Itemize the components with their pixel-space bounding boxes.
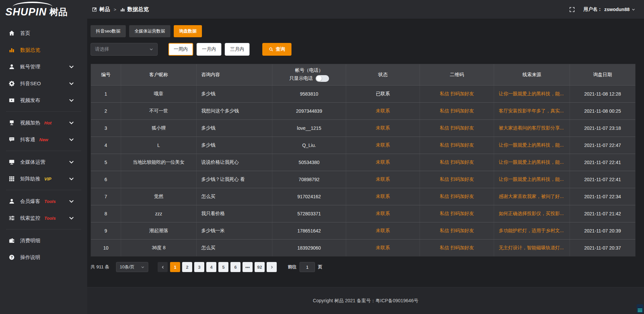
col-header-account-title: 帐号（电话） (295, 67, 323, 73)
range-buttons: 一周内一月内三月内 (168, 43, 253, 56)
topbar: 树品 > 数据总览 用户名：zswodun88 (87, 0, 644, 19)
breadcrumb-root[interactable]: 树品 (99, 6, 110, 13)
cell-qrcode[interactable]: 私信 扫码加好友 (420, 240, 494, 256)
goto-page-input[interactable] (300, 262, 315, 272)
cell-nickname: 狐小狸 (121, 120, 197, 137)
sidebar-item-douketong[interactable]: 抖客通New (0, 131, 87, 148)
chevron-down-icon (68, 137, 74, 143)
cell-source[interactable]: 让你一眼就爱上的黑科技，能... (494, 137, 570, 154)
username-dropdown[interactable]: 用户名：zswodun88 (584, 6, 635, 12)
inquiry-table: 编号 客户昵称 咨询内容 帐号（电话） 只显示电话 状态 二维码 线索来源 询盘… (91, 64, 636, 257)
sidebar-item-label: 视频加热 (20, 120, 40, 126)
sidebar-item-member-burst[interactable]: 会员爆客Tools (0, 193, 87, 210)
cell-qrcode[interactable]: 私信 扫码加好友 (420, 171, 494, 188)
cell-date: 2021-11-07 20:37 (570, 240, 635, 256)
tab-media-operation-data[interactable]: 全媒体运营数据 (129, 25, 170, 37)
filter-select[interactable]: 请选择 (91, 43, 158, 56)
range-button-1[interactable]: 一月内 (197, 43, 221, 56)
tab-inquiry-data[interactable]: 询盘数据 (174, 25, 202, 37)
cell-qrcode[interactable]: 私信 扫码加好友 (420, 222, 494, 239)
chevron-down-icon (68, 215, 74, 221)
cell-id: 5 (91, 154, 121, 171)
breadcrumb-current: 数据总览 (127, 6, 149, 13)
cell-status: 未联系 (346, 137, 420, 154)
sidebar-item-instructions[interactable]: ?操作说明 (0, 249, 87, 266)
cell-id: 8 (91, 205, 121, 222)
page-button-92[interactable]: 92 (255, 262, 265, 272)
cell-account: 50534380 (272, 154, 346, 171)
sidebar-item-clue-monitor[interactable]: 线索监控Tools (0, 210, 87, 226)
table-body: 1哦章多少钱9583810已联系私信 扫码加好友让你一眼就爱上的黑科技，能...… (91, 85, 635, 256)
next-page-button[interactable] (267, 262, 277, 272)
range-button-2[interactable]: 三月内 (225, 43, 250, 56)
sidebar-item-label: 线索监控 (20, 215, 40, 221)
cell-source[interactable]: 被大家追着问的客厅投影分享... (494, 120, 570, 137)
sidebar-item-account-manage[interactable]: 账号管理 (0, 58, 87, 75)
page-button-4[interactable]: 4 (206, 262, 216, 272)
cell-qrcode[interactable]: 私信 扫码加好友 (420, 86, 494, 102)
cell-status: 未联系 (346, 222, 420, 239)
cell-date: 2021-11-07 21:42 (570, 205, 635, 222)
cell-qrcode[interactable]: 私信 扫码加好友 (420, 154, 494, 171)
sidebar-nav: 首页数据总览账号管理抖音SEO视频发布视频加热Hot抖客通New全媒体运营矩阵助… (0, 20, 87, 266)
chevron-down-icon (68, 198, 74, 204)
sidebar-item-home[interactable]: 首页 (0, 25, 87, 42)
cell-status: 未联系 (346, 154, 420, 171)
page-button-6[interactable]: 6 (230, 262, 240, 272)
cell-account: 572803371 (272, 205, 346, 222)
logo-arc-decoration (13, 2, 52, 7)
cell-source[interactable]: 让你一眼就爱上的黑科技，能... (494, 154, 570, 171)
sidebar-item-consume-detail[interactable]: 消费明细 (0, 232, 87, 249)
col-header-qrcode: 二维码 (420, 64, 494, 85)
page-ellipsis-button[interactable]: ••• (243, 262, 253, 272)
cell-source[interactable]: 让你一眼就爱上的黑科技，能... (494, 171, 570, 188)
page-size-select[interactable]: 10条/页 (116, 262, 148, 272)
fullscreen-icon[interactable] (569, 7, 575, 12)
cell-qrcode[interactable]: 私信 扫码加好友 (420, 120, 494, 137)
corner-widget-icon[interactable] (637, 304, 643, 313)
sidebar: SHUPIN 树品 首页数据总览账号管理抖音SEO视频发布视频加热Hot抖客通N… (0, 0, 87, 314)
cell-qrcode[interactable]: 私信 扫码加好友 (420, 137, 494, 154)
table-row: 7觉然怎么买917024162未联系私信 扫码加好友感谢大家喜欢我家，被问了好.… (91, 188, 635, 205)
query-button[interactable]: 查询 (262, 43, 291, 56)
tab-douyin-seo-data[interactable]: 抖音seo数据 (91, 25, 126, 37)
cell-nickname (121, 171, 197, 188)
prev-page-button[interactable] (158, 262, 168, 272)
sidebar-item-media-operation[interactable]: 全媒体运营 (0, 154, 87, 170)
cell-content: 说说价格让我死心 (197, 154, 272, 171)
sidebar-item-matrix-boost[interactable]: 矩阵助推VIP (0, 170, 87, 187)
cell-qrcode[interactable]: 私信 扫码加好友 (420, 103, 494, 119)
page-button-5[interactable]: 5 (218, 262, 228, 272)
range-button-0[interactable]: 一周内 (168, 43, 193, 56)
table-row: 2不可一世我想问这个多少钱2097344839未联系私信 扫码加好友客厅安装投影… (91, 102, 635, 119)
cell-qrcode[interactable]: 私信 扫码加好友 (420, 188, 494, 205)
sidebar-item-video-heat[interactable]: 视频加热Hot (0, 114, 87, 131)
cell-source[interactable]: 如何正确选择投影仪，买投影... (494, 205, 570, 222)
status-badge: 未联系 (376, 228, 390, 234)
sidebar-divider (6, 190, 81, 190)
cell-qrcode[interactable]: 私信 扫码加好友 (420, 205, 494, 222)
cell-source[interactable]: 无主灯设计，智能磁吸轨道灯... (494, 240, 570, 256)
sidebar-item-video-publish[interactable]: 视频发布 (0, 92, 87, 109)
tabs: 抖音seo数据全媒体运营数据询盘数据 (91, 25, 636, 37)
cell-source[interactable]: 感谢大家喜欢我家，被问了好... (494, 188, 570, 205)
col-header-content: 咨询内容 (197, 64, 272, 85)
cell-date: 2021-11-07 22:41 (570, 171, 635, 188)
cell-account: 178651642 (272, 222, 346, 239)
page-button-2[interactable]: 2 (182, 262, 192, 272)
only-phone-toggle-line: 只显示电话 (289, 75, 329, 82)
cell-date: 2021-11-07 22:41 (570, 154, 635, 171)
page-button-3[interactable]: 3 (194, 262, 204, 272)
sidebar-item-data-overview[interactable]: 数据总览 (0, 42, 87, 58)
cell-source[interactable]: 多功能护栏灯，适用于乡村文... (494, 222, 570, 239)
page-button-1[interactable]: 1 (170, 262, 180, 272)
cell-id: 4 (91, 137, 121, 154)
sidebar-item-douyin-seo[interactable]: 抖音SEO (0, 75, 87, 92)
only-phone-toggle[interactable] (316, 75, 329, 82)
cell-content: 我只看价格 (197, 205, 272, 222)
cell-source[interactable]: 客厅安装投影半年多了，真实... (494, 103, 570, 119)
cell-source[interactable]: 让你一眼就爱上的黑科技，能... (494, 86, 570, 102)
cell-nickname: L (121, 137, 197, 154)
goto-label: 前往 (288, 264, 297, 270)
chevron-down-icon (68, 120, 74, 126)
